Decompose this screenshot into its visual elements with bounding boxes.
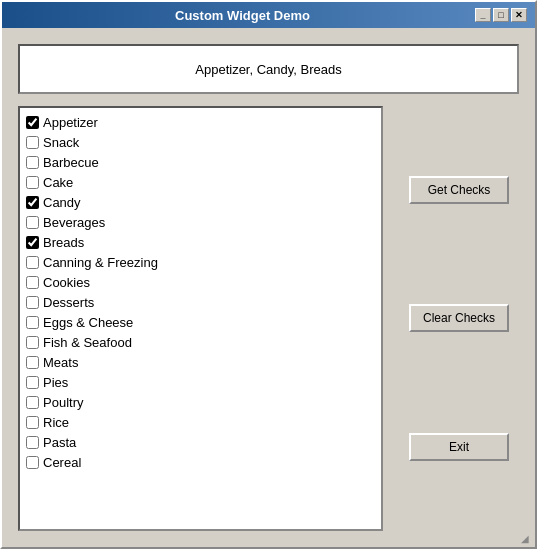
list-item-checkbox[interactable]	[26, 216, 39, 229]
list-item: Barbecue	[20, 152, 381, 172]
selection-text: Appetizer, Candy, Breads	[195, 62, 341, 77]
list-item: Appetizer	[20, 112, 381, 132]
list-item: Poultry	[20, 392, 381, 412]
selection-display: Appetizer, Candy, Breads	[18, 44, 519, 94]
list-item-label[interactable]: Appetizer	[43, 115, 98, 130]
exit-button[interactable]: Exit	[409, 433, 509, 461]
main-area: AppetizerSnackBarbecueCakeCandyBeverages…	[18, 106, 519, 531]
list-item-label[interactable]: Fish & Seafood	[43, 335, 132, 350]
list-item-label[interactable]: Snack	[43, 135, 79, 150]
list-item-checkbox[interactable]	[26, 356, 39, 369]
list-item: Rice	[20, 412, 381, 432]
buttons-panel: Get Checks Clear Checks Exit	[399, 106, 519, 531]
list-item-checkbox[interactable]	[26, 136, 39, 149]
list-item: Pies	[20, 372, 381, 392]
list-item-checkbox[interactable]	[26, 336, 39, 349]
list-item: Pasta	[20, 432, 381, 452]
list-item-checkbox[interactable]	[26, 116, 39, 129]
list-item-label[interactable]: Candy	[43, 195, 81, 210]
list-item: Cake	[20, 172, 381, 192]
list-item-label[interactable]: Pies	[43, 375, 68, 390]
list-item: Eggs & Cheese	[20, 312, 381, 332]
list-item-checkbox[interactable]	[26, 316, 39, 329]
list-item-label[interactable]: Cake	[43, 175, 73, 190]
window-title: Custom Widget Demo	[10, 8, 475, 23]
list-item: Beverages	[20, 212, 381, 232]
list-item-label[interactable]: Cookies	[43, 275, 90, 290]
list-item-checkbox[interactable]	[26, 436, 39, 449]
list-item-checkbox[interactable]	[26, 236, 39, 249]
list-item-checkbox[interactable]	[26, 256, 39, 269]
list-item: Cookies	[20, 272, 381, 292]
list-item-checkbox[interactable]	[26, 376, 39, 389]
list-item-label[interactable]: Poultry	[43, 395, 83, 410]
list-item: Candy	[20, 192, 381, 212]
list-item-label[interactable]: Canning & Freezing	[43, 255, 158, 270]
clear-checks-button[interactable]: Clear Checks	[409, 304, 509, 332]
list-item-checkbox[interactable]	[26, 456, 39, 469]
list-item-label[interactable]: Rice	[43, 415, 69, 430]
close-button[interactable]: ✕	[511, 8, 527, 22]
list-item-checkbox[interactable]	[26, 276, 39, 289]
checklist-container[interactable]: AppetizerSnackBarbecueCakeCandyBeverages…	[18, 106, 383, 531]
list-item-label[interactable]: Desserts	[43, 295, 94, 310]
get-checks-button[interactable]: Get Checks	[409, 176, 509, 204]
list-item: Snack	[20, 132, 381, 152]
list-item: Canning & Freezing	[20, 252, 381, 272]
list-item-label[interactable]: Barbecue	[43, 155, 99, 170]
resize-handle[interactable]: ◢	[521, 533, 533, 545]
list-item-checkbox[interactable]	[26, 396, 39, 409]
main-window: Custom Widget Demo _ □ ✕ Appetizer, Cand…	[0, 0, 537, 549]
list-item-checkbox[interactable]	[26, 296, 39, 309]
window-controls: _ □ ✕	[475, 8, 527, 22]
list-item: Fish & Seafood	[20, 332, 381, 352]
list-item-label[interactable]: Cereal	[43, 455, 81, 470]
title-bar: Custom Widget Demo _ □ ✕	[2, 2, 535, 28]
window-content: Appetizer, Candy, Breads AppetizerSnackB…	[2, 28, 535, 547]
list-item-checkbox[interactable]	[26, 176, 39, 189]
list-item-label[interactable]: Beverages	[43, 215, 105, 230]
list-item: Breads	[20, 232, 381, 252]
list-item-label[interactable]: Meats	[43, 355, 78, 370]
list-item: Desserts	[20, 292, 381, 312]
list-item: Cereal	[20, 452, 381, 472]
list-item-checkbox[interactable]	[26, 156, 39, 169]
list-item-label[interactable]: Breads	[43, 235, 84, 250]
list-item-label[interactable]: Eggs & Cheese	[43, 315, 133, 330]
maximize-button[interactable]: □	[493, 8, 509, 22]
list-item-checkbox[interactable]	[26, 196, 39, 209]
list-item-label[interactable]: Pasta	[43, 435, 76, 450]
minimize-button[interactable]: _	[475, 8, 491, 22]
list-item-checkbox[interactable]	[26, 416, 39, 429]
list-item: Meats	[20, 352, 381, 372]
